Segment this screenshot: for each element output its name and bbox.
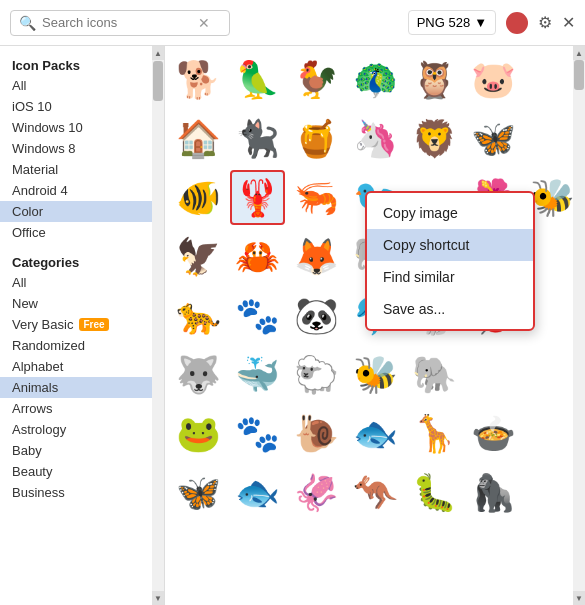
icon-cell[interactable] <box>525 111 573 166</box>
gear-icon[interactable]: ⚙ <box>538 13 552 32</box>
icon-cell[interactable]: 🦑 <box>289 465 344 520</box>
icon-cell[interactable]: 🐷 <box>466 52 521 107</box>
icon-cell[interactable]: 🐛 <box>407 465 462 520</box>
sidebar-scroll-down[interactable]: ▼ <box>152 591 164 605</box>
main-layout: Icon Packs All iOS 10 Windows 10 Windows… <box>0 46 585 605</box>
sidebar-item-office[interactable]: Office <box>0 222 164 243</box>
icon-cell[interactable]: 🍲 <box>466 406 521 461</box>
format-arrow-icon: ▼ <box>474 15 487 30</box>
icon-cell[interactable]: 🦊 <box>289 229 344 284</box>
icon-cell[interactable]: 🐕 <box>171 52 226 107</box>
icon-cell[interactable]: 🦀 <box>230 229 285 284</box>
icon-cell[interactable]: 🐝 <box>348 347 403 402</box>
icon-cell[interactable]: 🦁 <box>407 111 462 166</box>
clear-icon[interactable]: ✕ <box>198 15 210 31</box>
search-input[interactable] <box>42 15 192 30</box>
sidebar-item-beauty[interactable]: Beauty <box>0 461 164 482</box>
icon-cell[interactable]: 🐳 <box>230 347 285 402</box>
icon-cell[interactable]: 🐘 <box>407 347 462 402</box>
sidebar-item-new[interactable]: New <box>0 293 164 314</box>
sidebar-item-alphabet[interactable]: Alphabet <box>0 356 164 377</box>
icon-cell[interactable]: 🐾 <box>230 406 285 461</box>
scroll-up-icon[interactable]: ▲ <box>573 46 585 60</box>
sidebar-item-windows8[interactable]: Windows 8 <box>0 138 164 159</box>
context-menu-copy-image[interactable]: Copy image <box>367 197 533 229</box>
sidebar-item-material[interactable]: Material <box>0 159 164 180</box>
icon-cell[interactable]: 🦄 <box>348 111 403 166</box>
avatar[interactable] <box>506 12 528 34</box>
sidebar-item-windows10[interactable]: Windows 10 <box>0 117 164 138</box>
icon-cell[interactable]: 🦘 <box>348 465 403 520</box>
sidebar-item-android4[interactable]: Android 4 <box>0 180 164 201</box>
sidebar-item-randomized[interactable]: Randomized <box>0 335 164 356</box>
icon-cell[interactable] <box>525 347 573 402</box>
scroll-down-icon[interactable]: ▼ <box>573 591 585 605</box>
icon-cell[interactable]: 🐆 <box>171 288 226 343</box>
topbar: 🔍 ✕ PNG 528 ▼ ⚙ ✕ <box>0 0 585 46</box>
format-button[interactable]: PNG 528 ▼ <box>408 10 496 35</box>
sidebar: Icon Packs All iOS 10 Windows 10 Windows… <box>0 46 165 605</box>
search-icon: 🔍 <box>19 15 36 31</box>
icon-cell[interactable]: 🦜 <box>230 52 285 107</box>
close-icon[interactable]: ✕ <box>562 13 575 32</box>
icon-cell[interactable]: 🦚 <box>348 52 403 107</box>
icon-cell[interactable]: 🐑 <box>289 347 344 402</box>
sidebar-item-all-cats[interactable]: All <box>0 272 164 293</box>
packs-title: Icon Packs <box>0 54 164 75</box>
sidebar-item-arrows[interactable]: Arrows <box>0 398 164 419</box>
context-menu-save-as[interactable]: Save as... <box>367 293 533 325</box>
icons-area: 🐕 🦜 🐓 🦚 🦉 🐷 🏠 🐈‍⬛ 🍯 🦄 🦁 🦋 🐠 🦞 🦐 🐦 🌺 🐝 <box>165 46 573 605</box>
icon-cell[interactable]: 🐼 <box>289 288 344 343</box>
very-basic-label: Very Basic <box>12 317 73 332</box>
sidebar-item-animals[interactable]: Animals <box>0 377 164 398</box>
icon-cell[interactable]: 🦐 <box>289 170 344 225</box>
free-badge: Free <box>79 318 108 331</box>
sidebar-item-ios10[interactable]: iOS 10 <box>0 96 164 117</box>
format-label: PNG 528 <box>417 15 470 30</box>
icon-cell[interactable]: 🦋 <box>171 465 226 520</box>
sidebar-item-color[interactable]: Color <box>0 201 164 222</box>
categories-title: Categories <box>0 251 164 272</box>
context-menu-copy-shortcut[interactable]: Copy shortcut <box>367 229 533 261</box>
sidebar-scroll-track <box>152 60 164 591</box>
sidebar-item-all-packs[interactable]: All <box>0 75 164 96</box>
icon-cell[interactable]: 🏠 <box>171 111 226 166</box>
sidebar-item-very-basic[interactable]: Very Basic Free <box>0 314 164 335</box>
right-scroll-track <box>573 60 585 591</box>
icon-cell[interactable]: 🦉 <box>407 52 462 107</box>
icon-cell[interactable]: 🐟 <box>348 406 403 461</box>
right-scrollbar: ▲ ▼ <box>573 46 585 605</box>
topbar-right: PNG 528 ▼ ⚙ ✕ <box>408 10 575 35</box>
icon-cell[interactable] <box>525 52 573 107</box>
sidebar-scrollbar: ▲ ▼ <box>152 46 164 605</box>
icon-cell[interactable]: 🦋 <box>466 111 521 166</box>
icon-cell[interactable]: 🐠 <box>171 170 226 225</box>
icon-cell[interactable]: 🦍 <box>466 465 521 520</box>
icon-cell[interactable] <box>466 347 521 402</box>
icon-cell[interactable]: 🍯 <box>289 111 344 166</box>
sidebar-item-baby[interactable]: Baby <box>0 440 164 461</box>
icon-cell[interactable]: 🐓 <box>289 52 344 107</box>
right-scroll-thumb <box>574 60 584 90</box>
icon-cell[interactable]: 🐺 <box>171 347 226 402</box>
icon-cell[interactable] <box>525 465 573 520</box>
icon-cell-selected[interactable]: 🦞 <box>230 170 285 225</box>
sidebar-scroll-thumb <box>153 61 163 101</box>
sidebar-scroll-up[interactable]: ▲ <box>152 46 164 60</box>
search-box: 🔍 ✕ <box>10 10 230 36</box>
icon-cell[interactable]: 🐸 <box>171 406 226 461</box>
sidebar-item-astrology[interactable]: Astrology <box>0 419 164 440</box>
icon-cell[interactable]: 🐾 <box>230 288 285 343</box>
icon-cell[interactable]: 🦅 <box>171 229 226 284</box>
sidebar-item-business[interactable]: Business <box>0 482 164 503</box>
icon-cell[interactable]: 🐌 <box>289 406 344 461</box>
context-menu-find-similar[interactable]: Find similar <box>367 261 533 293</box>
icon-cell[interactable] <box>525 406 573 461</box>
icon-cell[interactable]: 🦒 <box>407 406 462 461</box>
icon-cell[interactable]: 🐈‍⬛ <box>230 111 285 166</box>
icon-cell[interactable]: 🐟 <box>230 465 285 520</box>
context-menu: Copy image Copy shortcut Find similar Sa… <box>365 191 535 331</box>
